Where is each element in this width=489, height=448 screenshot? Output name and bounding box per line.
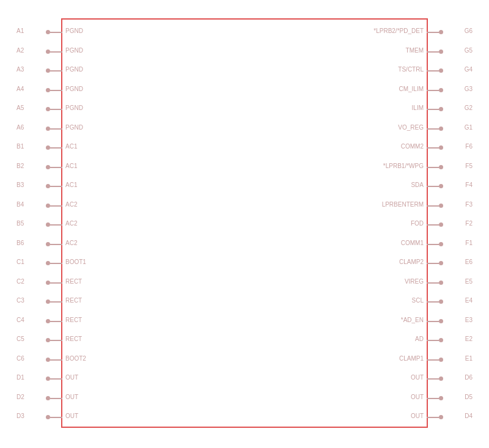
pin-dot-right-E2 xyxy=(439,338,443,342)
pin-line-right-F3 xyxy=(427,205,439,207)
pin-line-right-D5 xyxy=(427,398,439,399)
pin-id-right-E5: E5 xyxy=(465,278,472,285)
pin-line-left-C3 xyxy=(50,301,62,303)
pin-line-left-B5 xyxy=(50,224,62,226)
pin-dot-right-F5 xyxy=(439,165,443,169)
pin-line-left-B1 xyxy=(50,147,62,149)
pin-dot-left-A1 xyxy=(46,30,50,34)
pin-signal-left-A2: PGND xyxy=(65,47,83,54)
pin-line-left-C2 xyxy=(50,282,62,284)
pin-signal-left-B2: AC1 xyxy=(65,163,77,169)
pin-signal-right-E3: *AD_EN xyxy=(401,317,424,323)
pin-id-left-A2: A2 xyxy=(17,47,24,54)
pin-signal-right-D6: OUT xyxy=(411,374,424,381)
pin-id-right-F1: F1 xyxy=(465,240,472,246)
pin-dot-right-G2 xyxy=(439,107,443,111)
pin-dot-right-F1 xyxy=(439,242,443,246)
pin-signal-right-E1: CLAMP1 xyxy=(399,355,424,362)
pin-id-right-G5: G5 xyxy=(465,47,472,54)
pin-signal-left-A4: PGND xyxy=(65,86,83,92)
pin-signal-left-A5: PGND xyxy=(65,105,83,111)
pin-signal-right-G4: TS/CTRL xyxy=(398,66,424,73)
pin-line-right-E1 xyxy=(427,359,439,361)
pin-line-left-A2 xyxy=(50,51,62,53)
pin-line-left-B2 xyxy=(50,167,62,168)
pin-dot-right-D6 xyxy=(439,376,443,381)
pin-line-left-B4 xyxy=(50,205,62,207)
pin-dot-right-E3 xyxy=(439,319,443,323)
pin-line-left-D3 xyxy=(50,417,62,418)
pin-id-right-E6: E6 xyxy=(465,259,472,265)
pin-signal-right-G6: *LPRB2/*PD_DET xyxy=(373,28,424,34)
pin-id-right-F2: F2 xyxy=(465,220,472,227)
pin-signal-right-D4: OUT xyxy=(411,413,424,419)
pin-dot-left-B4 xyxy=(46,204,50,208)
pin-signal-left-C2: RECT xyxy=(65,278,82,285)
pin-id-left-A3: A3 xyxy=(17,66,24,73)
pin-signal-left-B1: AC1 xyxy=(65,143,77,150)
pin-id-right-G4: G4 xyxy=(465,66,472,73)
pin-id-right-D4: D4 xyxy=(465,413,472,419)
pin-line-left-B3 xyxy=(50,186,62,187)
pin-line-right-G3 xyxy=(427,90,439,91)
pin-signal-left-C6: BOOT2 xyxy=(65,355,86,362)
pin-id-left-D3: D3 xyxy=(17,413,24,419)
pin-dot-right-F3 xyxy=(439,204,443,208)
pin-dot-left-B2 xyxy=(46,165,50,169)
pin-dot-left-B3 xyxy=(46,184,50,188)
pin-dot-right-G4 xyxy=(439,68,443,73)
pin-signal-right-E2: AD xyxy=(415,336,424,342)
pin-line-right-D6 xyxy=(427,378,439,380)
pin-dot-right-E4 xyxy=(439,299,443,304)
pin-line-left-C1 xyxy=(50,263,62,264)
pin-dot-left-C3 xyxy=(46,299,50,304)
pin-dot-right-G5 xyxy=(439,50,443,54)
pin-line-right-G2 xyxy=(427,109,439,110)
ic-body: A1PGNDA2PGNDA3PGNDA4PGNDA5PGNDA6PGNDB1AC… xyxy=(61,18,428,428)
pin-dot-right-F6 xyxy=(439,145,443,150)
pin-signal-right-F2: FOD xyxy=(411,220,424,227)
pin-line-left-A4 xyxy=(50,90,62,91)
pin-line-right-E2 xyxy=(427,340,439,341)
pin-dot-left-D2 xyxy=(46,396,50,400)
pin-dot-left-A2 xyxy=(46,50,50,54)
pin-line-left-C4 xyxy=(50,321,62,322)
pin-dot-left-B5 xyxy=(46,222,50,227)
pin-dot-left-B1 xyxy=(46,145,50,150)
pin-dot-left-A3 xyxy=(46,68,50,73)
pin-id-right-E2: E2 xyxy=(465,336,472,342)
pin-id-right-G6: G6 xyxy=(465,28,472,34)
pin-signal-left-B5: AC2 xyxy=(65,220,77,227)
pin-signal-right-G3: CM_ILIM xyxy=(399,86,424,92)
pin-line-right-G5 xyxy=(427,51,439,53)
pin-line-left-B6 xyxy=(50,244,62,245)
pin-line-right-G4 xyxy=(427,70,439,72)
pin-dot-left-B6 xyxy=(46,242,50,246)
pin-signal-left-A1: PGND xyxy=(65,28,83,34)
pin-id-left-C2: C2 xyxy=(17,278,24,285)
pin-id-left-A1: A1 xyxy=(17,28,24,34)
pin-dot-left-D3 xyxy=(46,415,50,419)
pin-line-right-E5 xyxy=(427,282,439,284)
pin-id-right-F5: F5 xyxy=(465,163,472,169)
pin-id-left-A5: A5 xyxy=(17,105,24,111)
pin-line-left-A5 xyxy=(50,109,62,110)
pin-signal-left-B3: AC1 xyxy=(65,182,77,188)
pin-line-right-F5 xyxy=(427,167,439,168)
pin-id-left-A6: A6 xyxy=(17,124,24,131)
pin-dot-right-D4 xyxy=(439,415,443,419)
pin-line-left-C6 xyxy=(50,359,62,361)
pin-dot-right-E1 xyxy=(439,358,443,362)
pin-id-right-F4: F4 xyxy=(465,182,472,188)
pin-line-left-A6 xyxy=(50,128,62,130)
pin-signal-right-G2: ILIM xyxy=(412,105,424,111)
pin-dot-right-E5 xyxy=(439,281,443,285)
pin-dot-right-F4 xyxy=(439,184,443,188)
pin-id-left-C5: C5 xyxy=(17,336,24,342)
pin-signal-left-C3: RECT xyxy=(65,297,82,304)
pin-dot-right-G1 xyxy=(439,127,443,131)
pin-id-right-G2: G2 xyxy=(465,105,472,111)
pin-id-left-D2: D2 xyxy=(17,394,24,400)
pin-id-left-B2: B2 xyxy=(17,163,24,169)
pin-id-right-G3: G3 xyxy=(465,86,472,92)
